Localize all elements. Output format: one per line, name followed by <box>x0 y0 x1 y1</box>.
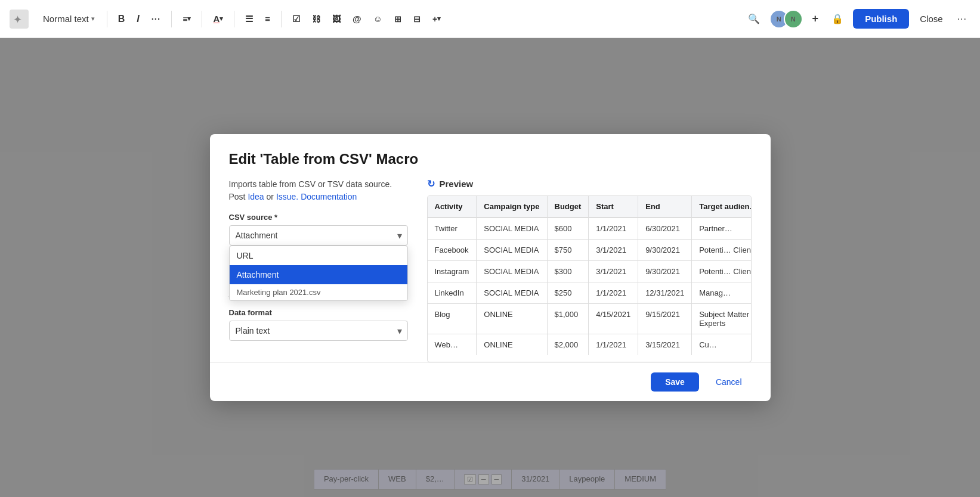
layout-button[interactable]: ⊟ <box>410 12 424 26</box>
modal-footer: Save Cancel <box>210 362 771 401</box>
cell-r3-c0: LinkedIn <box>428 282 477 304</box>
left-panel: Imports table from CSV or TSV data sourc… <box>229 178 408 362</box>
search-button[interactable]: 🔍 <box>744 11 763 27</box>
lock-icon: 🔒 <box>831 14 843 24</box>
text-style-arrow: ▾ <box>91 15 95 23</box>
modal-overlay: Edit 'Table from CSV' Macro Imports tabl… <box>0 38 980 497</box>
preview-table-body: TwitterSOCIAL MEDIA$6001/1/20216/30/2021… <box>428 218 752 355</box>
cell-r2-c1: SOCIAL MEDIA <box>477 261 547 282</box>
numbered-list-button[interactable]: ≡ <box>261 11 274 26</box>
dropdown-item-url[interactable]: URL <box>230 246 407 265</box>
cell-r4-c2: $1,000 <box>547 304 589 334</box>
plus-collaborator-icon: + <box>812 13 819 24</box>
cell-r0-c3: 1/1/2021 <box>589 218 638 240</box>
col-target: Target audien… <box>692 196 752 218</box>
cell-r3-c2: $250 <box>547 282 589 304</box>
bullet-list-button[interactable]: ☰ <box>242 11 256 27</box>
font-color-button[interactable]: A ▾ <box>209 11 227 26</box>
mention-button[interactable]: @ <box>349 11 365 26</box>
cell-r4-c3: 4/15/2021 <box>589 304 638 334</box>
table-row: InstagramSOCIAL MEDIA$3003/1/20219/30/20… <box>428 261 752 282</box>
cell-r0-c2: $600 <box>547 218 589 240</box>
dropdown-item-attachment[interactable]: Attachment <box>230 265 407 284</box>
italic-button[interactable]: I <box>133 11 143 27</box>
text-style-label: Normal text <box>43 14 89 24</box>
cell-r5-c4: 3/15/2021 <box>638 334 692 356</box>
col-budget: Budget <box>547 196 589 218</box>
csv-source-select[interactable]: URL Attachment <box>229 225 408 246</box>
cell-r2-c0: Instagram <box>428 261 477 282</box>
table-row: LinkedInSOCIAL MEDIA$2501/1/202112/31/20… <box>428 282 752 304</box>
align-arrow: ▾ <box>187 15 191 23</box>
cell-r5-c0: Web… <box>428 334 477 356</box>
divider-4 <box>234 11 234 27</box>
cell-r3-c3: 1/1/2021 <box>589 282 638 304</box>
data-format-group: Data format Plain text HTML Wiki markup … <box>229 308 408 341</box>
cell-r1-c1: SOCIAL MEDIA <box>477 240 547 261</box>
link-button[interactable]: ⛓ <box>308 12 324 26</box>
save-button[interactable]: Save <box>651 372 699 392</box>
publish-button[interactable]: Publish <box>853 9 909 29</box>
issue-link[interactable]: Issue. <box>276 192 298 201</box>
edit-macro-modal: Edit 'Table from CSV' Macro Imports tabl… <box>210 134 771 401</box>
table-row: TwitterSOCIAL MEDIA$6001/1/20216/30/2021… <box>428 218 752 240</box>
table-button[interactable]: ⊞ <box>391 12 405 26</box>
cell-r1-c3: 3/1/2021 <box>589 240 638 261</box>
text-style-dropdown[interactable]: Normal text ▾ <box>38 11 100 26</box>
checkbox-button[interactable]: ☑ <box>289 11 304 27</box>
col-end: End <box>638 196 692 218</box>
bold-button[interactable]: B <box>115 11 129 27</box>
cell-r0-c4: 6/30/2021 <box>638 218 692 240</box>
cell-r0-c5: Partner… <box>692 218 752 240</box>
layout-icon: ⊟ <box>413 14 421 24</box>
csv-source-group: CSV source * URL Attachment ▾ URL Attach… <box>229 213 408 246</box>
divider-3 <box>202 11 202 27</box>
data-format-select[interactable]: Plain text HTML Wiki markup <box>229 321 408 341</box>
cell-r2-c2: $300 <box>547 261 589 282</box>
cancel-button[interactable]: Cancel <box>706 372 752 392</box>
col-campaign-type: Campaign type <box>477 196 547 218</box>
align-button[interactable]: ≡ ▾ <box>179 12 194 26</box>
font-color-icon: A <box>213 14 220 24</box>
search-icon: 🔍 <box>748 14 760 24</box>
preview-table-head: Activity Campaign type Budget Start End … <box>428 196 752 218</box>
cell-r0-c1: SOCIAL MEDIA <box>477 218 547 240</box>
refresh-icon[interactable]: ↻ <box>427 178 435 190</box>
plus-icon: + <box>432 14 437 24</box>
table-icon: ⊞ <box>394 14 401 24</box>
modal-body: Imports table from CSV or TSV data sourc… <box>210 178 771 362</box>
font-color-arrow: ▾ <box>220 15 223 23</box>
csv-dropdown-menu[interactable]: URL Attachment Marketing plan 2021.csv <box>229 246 408 301</box>
modal-header: Edit 'Table from CSV' Macro <box>210 134 771 178</box>
close-button[interactable]: Close <box>915 11 947 26</box>
toolbar: ✦ Normal text ▾ B I ··· ≡ ▾ A ▾ ☰ ≡ ☑ ⛓ … <box>0 0 980 38</box>
cell-r5-c3: 1/1/2021 <box>589 334 638 356</box>
more-format-button[interactable]: ··· <box>148 11 165 26</box>
or-text: or <box>267 192 274 201</box>
col-start: Start <box>589 196 638 218</box>
preview-table-wrapper[interactable]: Activity Campaign type Budget Start End … <box>427 195 752 362</box>
lock-button[interactable]: 🔒 <box>828 11 847 27</box>
cell-r5-c5: Cu… <box>692 334 752 356</box>
add-collaborator-button[interactable]: + <box>809 10 823 27</box>
insert-button[interactable]: + ▾ <box>429 12 444 26</box>
emoji-icon: ☺ <box>373 14 382 24</box>
avatar-group[interactable]: N N <box>769 10 803 29</box>
description-text: Imports table from CSV or TSV data sourc… <box>229 178 408 203</box>
divider-1 <box>107 11 107 27</box>
toolbar-right: 🔍 N N + 🔒 Publish Close ··· <box>744 9 970 29</box>
cell-r4-c4: 9/15/2021 <box>638 304 692 334</box>
logo[interactable]: ✦ <box>10 10 29 29</box>
preview-header-row: Activity Campaign type Budget Start End … <box>428 196 752 218</box>
cell-r1-c4: 9/30/2021 <box>638 240 692 261</box>
cell-r2-c4: 9/30/2021 <box>638 261 692 282</box>
file-item-csv[interactable]: Marketing plan 2021.csv <box>230 284 407 300</box>
more-menu-button[interactable]: ··· <box>954 11 970 27</box>
image-button[interactable]: 🖼 <box>329 12 344 26</box>
emoji-button[interactable]: ☺ <box>370 11 386 26</box>
preview-table: Activity Campaign type Budget Start End … <box>428 196 752 355</box>
checkbox-icon: ☑ <box>292 14 300 24</box>
idea-link[interactable]: Idea <box>248 192 264 201</box>
documentation-link[interactable]: Documentation <box>301 192 357 201</box>
preview-label: Preview <box>440 179 474 189</box>
